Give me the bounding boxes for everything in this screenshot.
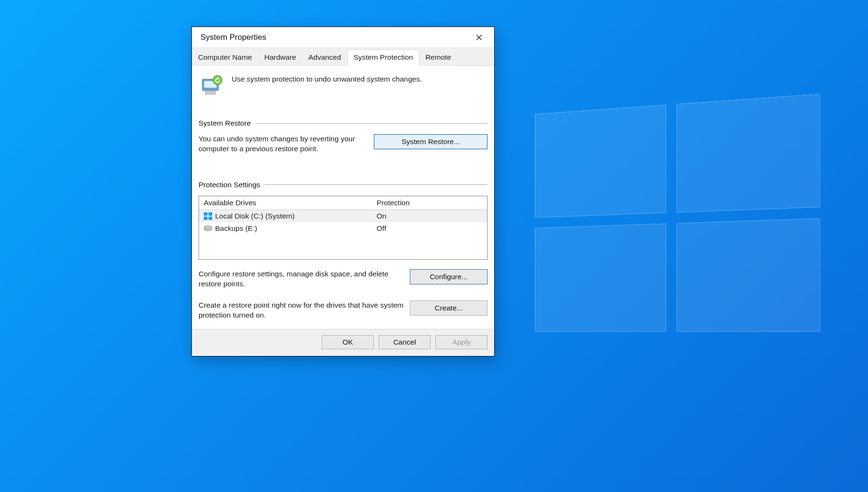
- configure-desc: Configure restore settings, manage disk …: [199, 269, 404, 289]
- tab-panel-system-protection: Use system protection to undo unwanted s…: [192, 66, 494, 329]
- group-title-system-restore: System Restore: [199, 119, 251, 128]
- drive-name: Local Disk (C:) (System): [215, 212, 295, 220]
- svg-point-5: [213, 75, 222, 85]
- drive-row[interactable]: Local Disk (C:) (System) On: [199, 210, 487, 222]
- group-title-protection-settings: Protection Settings: [199, 181, 260, 189]
- tab-system-protection[interactable]: System Protection: [347, 49, 419, 66]
- close-button[interactable]: [470, 30, 488, 45]
- tab-computer-name[interactable]: Computer Name: [192, 49, 258, 66]
- system-restore-button[interactable]: System Restore...: [374, 134, 488, 149]
- drive-protection: On: [372, 210, 487, 222]
- windows-drive-icon: [204, 212, 212, 220]
- drive-icon: [204, 225, 212, 232]
- svg-rect-9: [208, 217, 212, 220]
- apply-button[interactable]: Apply: [435, 335, 488, 349]
- restore-desc: You can undo system changes by reverting…: [199, 134, 368, 154]
- cancel-button[interactable]: Cancel: [379, 335, 431, 349]
- drive-row[interactable]: Backups (E:) Off: [199, 222, 487, 235]
- svg-rect-7: [208, 212, 212, 216]
- dialog-footer: OK Cancel Apply: [192, 329, 494, 356]
- col-protection[interactable]: Protection: [372, 196, 487, 210]
- intro-text: Use system protection to undo unwanted s…: [232, 73, 422, 84]
- drive-name: Backups (E:): [215, 224, 257, 233]
- window-title: System Properties: [200, 33, 266, 42]
- svg-rect-8: [204, 217, 208, 220]
- ok-button[interactable]: OK: [322, 335, 374, 349]
- system-restore-icon: [199, 73, 225, 99]
- create-button[interactable]: Create...: [410, 301, 488, 316]
- tabstrip: Computer Name Hardware Advanced System P…: [192, 48, 494, 66]
- svg-rect-6: [204, 212, 208, 216]
- tab-remote[interactable]: Remote: [419, 49, 457, 66]
- svg-rect-4: [205, 91, 216, 94]
- drives-table: Available Drives Protection: [199, 196, 488, 260]
- system-properties-dialog: System Properties Computer Name Hardware…: [191, 27, 495, 356]
- drive-protection: Off: [372, 222, 487, 235]
- create-desc: Create a restore point right now for the…: [199, 301, 404, 320]
- titlebar: System Properties: [192, 27, 494, 48]
- close-icon: [476, 34, 482, 41]
- tab-advanced[interactable]: Advanced: [302, 49, 347, 66]
- intro-row: Use system protection to undo unwanted s…: [199, 73, 488, 106]
- configure-button[interactable]: Configure...: [410, 269, 488, 284]
- windows-logo: [535, 94, 820, 332]
- col-available-drives[interactable]: Available Drives: [199, 196, 372, 210]
- group-system-restore: System Restore You can undo system chang…: [199, 119, 488, 154]
- group-protection-settings: Protection Settings Available Drives Pro…: [199, 181, 488, 320]
- tab-hardware[interactable]: Hardware: [258, 49, 302, 66]
